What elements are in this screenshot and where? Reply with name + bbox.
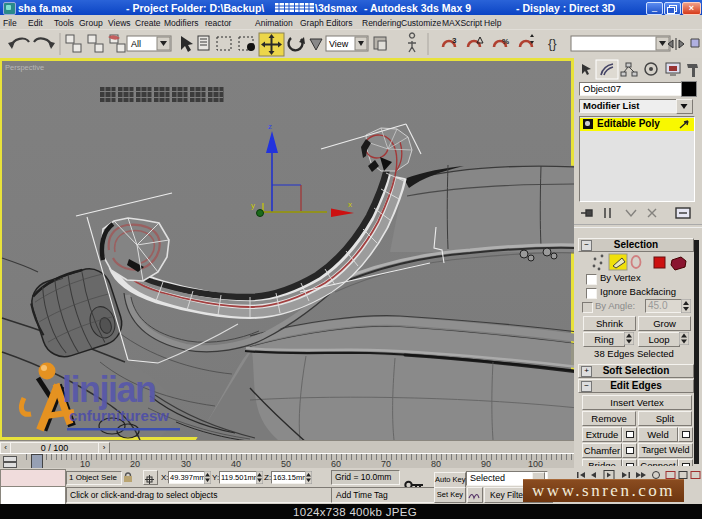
svg-text:View: View	[329, 39, 349, 49]
svg-text:x: x	[348, 200, 352, 209]
svg-text:linjian: linjian	[62, 369, 157, 410]
svg-text:3: 3	[452, 36, 457, 45]
svg-text:%: %	[502, 37, 509, 46]
svg-text:y: y	[251, 201, 255, 210]
svg-text:cnfurnituresw: cnfurnituresw	[69, 407, 169, 424]
svg-text:Perspective: Perspective	[5, 63, 44, 72]
svg-text:z: z	[268, 122, 272, 131]
svg-text:{}: {}	[548, 36, 557, 51]
svg-text:All: All	[131, 39, 141, 49]
